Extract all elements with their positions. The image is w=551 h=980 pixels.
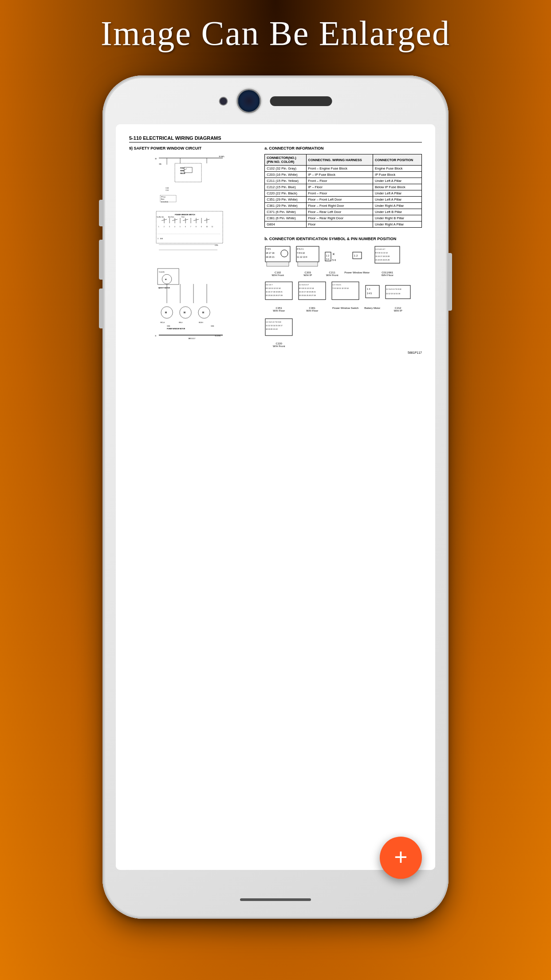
svg-text:Block: Block (161, 198, 165, 200)
table-cell-harness: Front – Floor (306, 190, 373, 197)
svg-text:5MB151117: 5MB151117 (188, 338, 196, 340)
svg-point-67 (180, 307, 191, 318)
svg-text:1 2 ✕ 3 4 5: 1 2 ✕ 3 4 5 (332, 284, 341, 286)
table-row: C212 (15 Pin. Blue) IP – Floor Below IP … (265, 184, 422, 190)
svg-text:5 6: 5 6 (332, 259, 336, 261)
table-row: C220 (22 Pin. Black) Front – Floor Under… (265, 190, 422, 197)
svg-text:8 9 10 11 12 14: 8 9 10 11 12 14 (375, 252, 388, 254)
svg-text:1 2 3 4 5 6 7 8 9 10: 1 2 3 4 5 6 7 8 9 10 (386, 288, 401, 290)
phone-main-camera (237, 89, 261, 113)
table-cell-position: IP Fuse Block (373, 172, 422, 178)
svg-text:15 16 17 18 19 20: 15 16 17 18 19 20 (375, 255, 390, 257)
svg-text:(Controlled): (Controlled) (161, 201, 168, 203)
svg-text:9: 9 (201, 226, 202, 228)
connector-symbols-grid: 7 8 5 18 17 16 19 20 21 C102W/H Front (264, 245, 422, 348)
svg-text:3 4: 3 4 (326, 258, 329, 261)
table-cell-connector: C220 (22 Pin. Black) (265, 190, 306, 197)
svg-text:7  8  5: 7 8 5 (266, 248, 271, 250)
phone-mockup: 5-110 ELECTRICAL WIRING DIAGRAMS 9) SAFE… (102, 75, 449, 919)
connector-c211-label: C211W/H Front (324, 271, 340, 277)
table-cell-connector: C361 (29 Pin. White) (265, 203, 306, 209)
page-number: 5881P117 (264, 351, 422, 354)
power-window-switch-label: Power Window Switch (331, 307, 360, 309)
svg-text:SAFETY MOTOR: SAFETY MOTOR (158, 287, 170, 289)
table-cell-harness: IP – IP Fuse Block (306, 172, 373, 178)
svg-text:10: 10 (206, 226, 208, 228)
table-cell-harness: Front – Floor (306, 178, 373, 184)
svg-text:5: 5 (180, 226, 181, 228)
phone-body: 5-110 ELECTRICAL WIRING DIAGRAMS 9) SAFE… (102, 75, 449, 919)
connector-c102-symbol: 7 8 5 18 17 16 19 20 21 C102W/H Front (264, 245, 291, 277)
table-row: C361 (29 Pin. White) Floor – Front Right… (265, 203, 422, 209)
svg-text:11: 11 (212, 226, 213, 228)
svg-text:8: 8 (196, 226, 197, 228)
circuit-diagram-svg: 30 BAT+ 30 POWER WINDOW RELAY (129, 154, 258, 340)
table-row: C381 (6 Pin. White) Floor – Rear Right D… (265, 215, 422, 221)
connector-c212-symbol: 1 2 3 4 5 6 7 8 9 10 11 12 13 14 15 16 C… (385, 281, 411, 312)
connector-c220-label: C220W/H Front (264, 342, 293, 348)
svg-text:POWER WINDOW SWITCH: POWER WINDOW SWITCH (175, 214, 195, 216)
connector-c102-label: C102W/H Front (264, 271, 291, 277)
svg-text:3: 3 (157, 238, 158, 240)
svg-text:11 12 13 14 15 16 17: 11 12 13 14 15 16 17 (266, 324, 283, 327)
svg-text:1 2 3 4 5 6 7 8 9 10: 1 2 3 4 5 6 7 8 9 10 (266, 321, 281, 323)
fab-add-button[interactable]: + (380, 837, 422, 879)
svg-text:22 23 24 25 26 27 28: 22 23 24 25 26 27 28 (299, 294, 316, 296)
svg-text:7: 7 (190, 226, 191, 228)
connector-c351-label: C351W/H Floor (264, 307, 293, 312)
connector-c203-symbol: 4 5 2 1 7 8 9 10 11 12 13 4 C203W/H IP (295, 245, 320, 277)
power-window-switch-symbol: 1 2 ✕ 3 4 5 7 8 9 10 11 12 13 14 Power W… (331, 281, 360, 309)
connector-symbols-section: b. CONNECTOR IDENTIFICATION SYMBOL & PIN… (264, 237, 422, 354)
table-cell-position: Under Left B Pillar (373, 209, 422, 215)
svg-text:C293: C293 (215, 245, 218, 246)
table-row: C203 (16 Pin. White) IP – IP Fuse Block … (265, 172, 422, 178)
table-cell-harness: Front – Engine Fuse Block (306, 166, 373, 172)
diagram-content: 5-110 ELECTRICAL WIRING DIAGRAMS 9) SAFE… (116, 124, 435, 870)
diagram-page-title: 5-110 ELECTRICAL WIRING DIAGRAMS (129, 135, 422, 142)
svg-text:4 5 2 1: 4 5 2 1 (297, 248, 304, 250)
connector-c011-symbol: 1 2 3 4 5 6 7 8 9 10 11 12 14 15 16 17 1… (374, 245, 401, 277)
svg-text:IP Fuse: IP Fuse (161, 196, 166, 198)
svg-text:8 9 10 11 12 13 14: 8 9 10 11 12 13 14 (299, 287, 314, 289)
svg-text:1 ✕: 1 ✕ (367, 288, 370, 290)
svg-rect-8 (184, 167, 192, 173)
table-cell-position: Under Left A Pillar (373, 197, 422, 203)
svg-text:FRT,LH: FRT,LH (160, 322, 165, 324)
svg-rect-91 (298, 262, 318, 266)
svg-point-69 (198, 307, 210, 318)
connector-c361-label: C361W/H Floor (298, 307, 327, 312)
svg-text:22 23 24 25 26 27 28: 22 23 24 25 26 27 28 (266, 294, 283, 296)
svg-text:Controller: Controller (159, 271, 165, 273)
svg-text:BrW: BrW (160, 238, 163, 240)
svg-text:18 17 16: 18 17 16 (266, 252, 275, 254)
connector-c351-symbol: 3 4 5 6 7 8 9 10 11 12 13 14 15 16 17 18… (264, 281, 293, 312)
svg-text:30 BAT+: 30 BAT+ (219, 156, 225, 158)
table-cell-position: Engine Fuse Block (373, 166, 422, 172)
connector-table: CONNECTOR(NO.)(PIN NO. COLOR) CONNECTING… (264, 154, 422, 228)
svg-text:RELAY: RELAY (180, 173, 185, 174)
battery-motor-label: Battery Motor (364, 307, 380, 309)
connector-c011-label: C011/961W/H Floor (374, 271, 401, 277)
table-row: G804 Floor Under Right A Pillar (265, 221, 422, 228)
table-cell-position: Under Right B Pillar (373, 215, 422, 221)
svg-text:C112: C112 (165, 190, 169, 191)
fab-plus-icon: + (394, 846, 407, 869)
svg-rect-56 (157, 269, 179, 285)
svg-text:Up (Auto Up): Up (Auto Up) (157, 216, 164, 218)
svg-text:7 8 9 10 11 12 13 14: 7 8 9 10 11 12 13 14 (332, 287, 349, 289)
svg-text:11 12 13 14 15 16: 11 12 13 14 15 16 (386, 292, 401, 295)
svg-text:C102: C102 (165, 187, 169, 189)
svg-text:4: 4 (174, 226, 175, 228)
svg-text:M: M (184, 312, 185, 314)
connector-section-title: a. CONNECTOR INFORMATION (264, 146, 422, 150)
table-cell-connector: C203 (16 Pin. White) (265, 172, 306, 178)
svg-text:3: 3 (169, 226, 170, 228)
svg-text:11 12 13 4: 11 12 13 4 (297, 256, 307, 258)
svg-rect-120 (386, 285, 410, 299)
svg-text:15 16 17 18 19 20 21: 15 16 17 18 19 20 21 (266, 291, 283, 293)
table-cell-connector: C211 (15 Pin. Yellow) (265, 178, 306, 184)
phone-front-camera (219, 97, 228, 106)
power-window-motor-symbol: 1 2 Power Window Motor (344, 245, 370, 274)
svg-point-65 (161, 307, 173, 318)
svg-text:1: 1 (158, 226, 159, 228)
